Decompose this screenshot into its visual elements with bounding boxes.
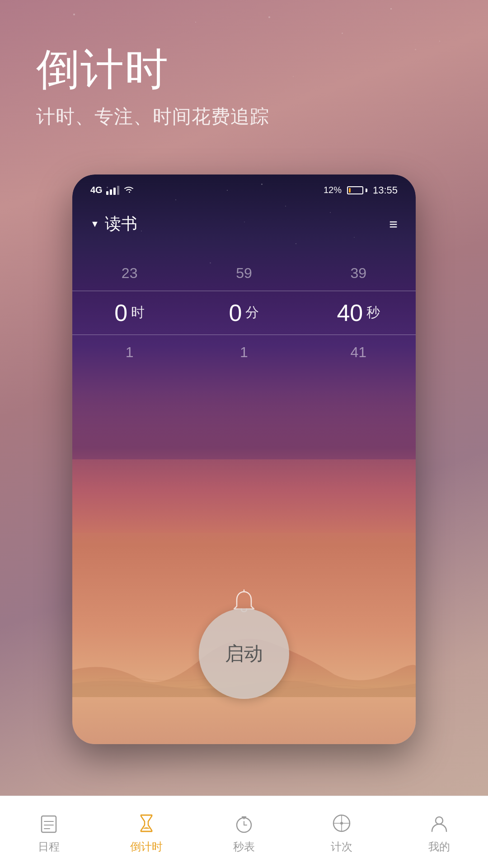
app-title-container[interactable]: ▼ 读书 [90, 213, 137, 235]
nav-item-mine[interactable]: 我的 [390, 811, 488, 854]
schedule-label: 日程 [38, 840, 60, 854]
phone-screen: 4G 12% [72, 175, 416, 744]
seconds-below: 41 [351, 335, 367, 370]
schedule-icon [36, 811, 61, 836]
picker-col-minutes[interactable]: 59 0 分 1 [187, 256, 301, 370]
app-header: ▼ 读书 ≡ [72, 206, 416, 242]
seconds-selected: 40 秒 [301, 291, 416, 335]
minutes-value: 0 [229, 299, 242, 326]
countdown-label: 倒计时 [130, 840, 163, 854]
hours-value: 0 [114, 299, 127, 326]
status-right: 12% 13:55 [324, 184, 398, 196]
network-type: 4G [90, 185, 103, 195]
battery-indicator [347, 186, 367, 194]
stopwatch-icon [231, 811, 257, 836]
app-category-title: 读书 [105, 213, 137, 235]
signal-strength [106, 186, 119, 195]
page-header: 倒计时 计时、专注、时间花费追踪 [0, 0, 488, 156]
svg-rect-0 [42, 816, 56, 832]
nav-item-schedule[interactable]: 日程 [0, 811, 98, 854]
svg-point-15 [436, 817, 443, 824]
start-button-label: 启动 [225, 641, 263, 666]
mine-label: 我的 [428, 840, 450, 854]
hours-unit: 时 [131, 303, 145, 322]
hours-below: 1 [126, 335, 134, 370]
nav-item-stopwatch[interactable]: 秒表 [195, 811, 293, 854]
svg-point-14 [340, 822, 343, 825]
countdown-icon [134, 811, 159, 836]
battery-percent: 12% [324, 185, 342, 195]
nav-item-countdown[interactable]: 倒计时 [98, 811, 195, 854]
minutes-below: 1 [240, 335, 248, 370]
nav-item-count[interactable]: 计次 [293, 811, 390, 854]
minutes-selected: 0 分 [187, 291, 301, 335]
seconds-unit: 秒 [366, 303, 380, 322]
count-label: 计次 [331, 840, 352, 854]
status-bar: 4G 12% [72, 175, 416, 206]
dropdown-arrow-icon: ▼ [90, 219, 99, 229]
count-icon [329, 811, 354, 836]
status-left: 4G [90, 184, 135, 197]
page-subtitle: 计时、专注、时间花费追踪 [36, 104, 452, 129]
menu-icon[interactable]: ≡ [389, 217, 398, 231]
minutes-above: 59 [236, 256, 252, 291]
seconds-above: 39 [351, 256, 367, 291]
page-title: 倒计时 [36, 45, 452, 93]
picker-col-seconds[interactable]: 39 40 秒 41 [301, 256, 416, 370]
hours-selected: 0 时 [72, 291, 187, 335]
clock-display: 13:55 [373, 184, 398, 196]
stopwatch-label: 秒表 [233, 840, 255, 854]
seconds-value: 40 [337, 299, 363, 326]
picker-col-hours[interactable]: 23 0 时 1 [72, 256, 187, 370]
phone-mockup: 4G 12% [72, 175, 416, 744]
time-picker[interactable]: 23 0 时 1 59 0 分 1 [72, 247, 416, 379]
wifi-icon [123, 184, 135, 197]
hours-above: 23 [122, 256, 138, 291]
bottom-nav: 日程 倒计时 秒表 [0, 796, 488, 868]
phone-clouds [72, 391, 416, 533]
mine-icon [427, 811, 452, 836]
start-button[interactable]: 启动 [199, 609, 289, 699]
picker-row: 23 0 时 1 59 0 分 1 [72, 256, 416, 370]
minutes-unit: 分 [245, 303, 259, 322]
